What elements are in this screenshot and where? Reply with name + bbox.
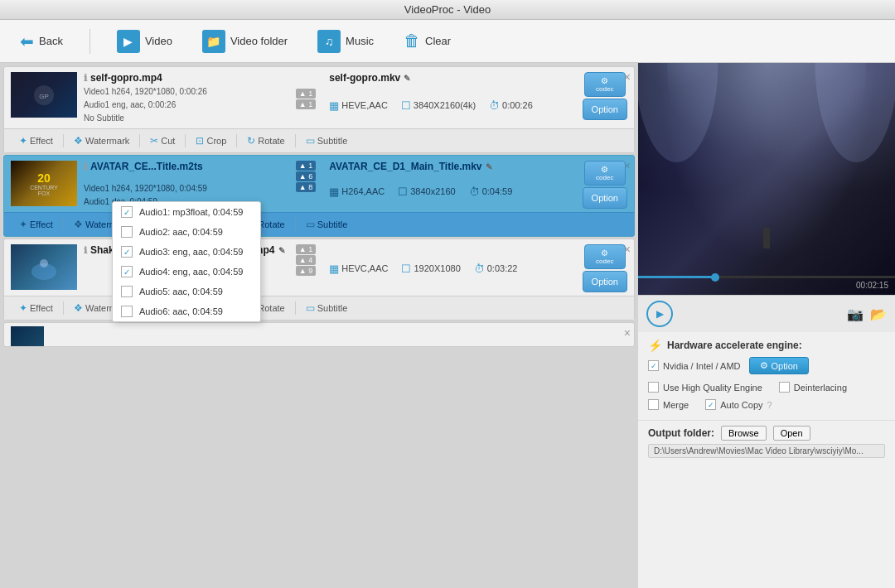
preview-controls: ▶ 📷 📂	[638, 295, 895, 332]
effect-btn-3[interactable]: ✦ Effect	[11, 300, 61, 316]
file-item-2: 20 CENTURY FOX ℹ AVATAR_CE...Title.m2ts	[3, 155, 635, 237]
audio-item-3[interactable]: Audio3: eng, aac, 0:04:59	[113, 242, 260, 262]
cut-btn-1[interactable]: ✂ Cut	[142, 133, 183, 149]
title-bar: VideoProc - Video	[0, 0, 895, 20]
autocopy-label: Auto Copy	[720, 400, 762, 410]
hq-check-wrap: Use High Quality Engine	[648, 382, 762, 393]
thumb-avatar-bg: 20 CENTURY FOX	[11, 161, 77, 206]
effect-btn-2[interactable]: ✦ Effect	[11, 216, 61, 233]
stage-beams	[638, 63, 895, 295]
crop-btn-1[interactable]: ⊡ Crop	[187, 133, 235, 149]
video-num-1: ▲ 1	[296, 89, 316, 99]
clear-button[interactable]: 🗑 Clear	[397, 28, 457, 54]
audio-item-2[interactable]: Audio2: aac, 0:04:59	[113, 222, 260, 242]
audio-check-5	[121, 286, 133, 297]
music-icon: ♫	[317, 30, 341, 53]
camera-icon[interactable]: 📷	[847, 306, 864, 322]
effect-label-2: Effect	[30, 219, 53, 229]
format-icon-2: ▦	[329, 186, 339, 198]
hw-option-button[interactable]: ⚙ Option	[749, 357, 809, 374]
effect-label-3: Effect	[30, 303, 53, 313]
video-icon: ▶	[117, 30, 140, 53]
output-res-1: 3840X2160(4k)	[414, 100, 476, 110]
audio-dropdown: Audio1: mp3float, 0:04:59 Audio2: aac, 0…	[112, 201, 261, 322]
preview-icons: 📷 📂	[847, 306, 887, 322]
merge-checkbox[interactable]	[648, 399, 659, 410]
file-thumb-4	[11, 326, 44, 347]
codec-text-2: codec	[596, 174, 613, 181]
option-btn-2[interactable]: Option	[583, 187, 627, 209]
effect-btn-1[interactable]: ✦ Effect	[11, 133, 61, 149]
music-button[interactable]: ♫ Music	[311, 27, 380, 56]
close-btn-1[interactable]: ×	[624, 70, 631, 84]
browse-button[interactable]: Browse	[721, 426, 767, 441]
audio-item-5[interactable]: Audio5: aac, 0:04:59	[113, 282, 260, 301]
video-preview: 00:02:15	[638, 63, 895, 295]
option-btn-3[interactable]: Option	[583, 271, 627, 292]
sep-1c	[185, 134, 186, 147]
info-icon-3: ℹ	[84, 245, 87, 256]
deinterlace-checkbox[interactable]	[779, 382, 790, 393]
sep-3a	[63, 301, 64, 315]
audio-item-4[interactable]: Audio4: eng, aac, 0:04:59	[113, 262, 260, 282]
subtitle-icon-3: ▭	[306, 302, 315, 314]
shakira-image	[27, 255, 60, 280]
hw-title: ⚡ Hardware accelerate engine:	[648, 339, 885, 352]
file-meta-1: Video1 h264, 1920*1080, 0:00:26 Audio1 e…	[84, 85, 289, 125]
preview-scrubber[interactable]	[711, 273, 719, 282]
clock-icon-1: ⏱	[489, 99, 500, 112]
close-btn-4[interactable]: ×	[624, 326, 631, 340]
action-bar-3: ✦ Effect ❖ Watermark ✂ Cut ⊡	[4, 296, 634, 320]
watermark-btn-1[interactable]: ❖ Watermark	[65, 133, 138, 149]
play-button[interactable]: ▶	[646, 301, 673, 327]
merge-label: Merge	[663, 400, 689, 410]
subtitle-btn-2[interactable]: ▭ Subtitle	[298, 216, 356, 233]
res-icon-1: ☐	[401, 99, 411, 112]
rotate-label-2: Rotate	[258, 219, 284, 229]
autocopy-checkbox[interactable]	[705, 399, 716, 410]
output-format-2: H264,AAC	[341, 186, 385, 196]
edit-icon-2[interactable]: ✎	[486, 162, 492, 171]
format-badge-1: ▦ HEVE,AAC	[329, 99, 388, 112]
folder-icon: 📁	[202, 30, 225, 53]
sep-1e	[295, 134, 296, 147]
format-icon-1: ▦	[329, 99, 339, 112]
sub-num-3: ▲ 9	[296, 266, 316, 276]
audio-label-1: Audio1: mp3float, 0:04:59	[139, 207, 243, 217]
nvidia-label: Nvidia / Intel / AMD	[663, 361, 741, 371]
dur-badge-1: ⏱ 0:00:26	[489, 99, 533, 112]
subtitle-icon-1: ▭	[306, 135, 315, 147]
watermark-icon-3: ❖	[74, 302, 83, 314]
thumb-gopro-bg: GP	[11, 72, 77, 118]
svg-point-3	[40, 259, 48, 267]
video-folder-button[interactable]: 📁 Video folder	[196, 27, 294, 56]
output-folder-label: Output folder:	[648, 427, 714, 439]
rotate-btn-1[interactable]: ↻ Rotate	[239, 133, 293, 149]
back-button[interactable]: ⬅ Back	[13, 28, 70, 55]
sep-1b	[139, 134, 140, 147]
codec-btn-1[interactable]: ⚙ codec	[584, 72, 626, 97]
codec-btn-2[interactable]: ⚙ codec	[584, 161, 626, 186]
option-btn-1[interactable]: Option	[583, 99, 627, 120]
right-section-2: ▲ 1 ▲ 6 ▲ 8	[296, 161, 316, 209]
subtitle-btn-1[interactable]: ▭ Subtitle	[298, 133, 356, 149]
close-btn-2[interactable]: ×	[624, 159, 631, 172]
audio-item-1[interactable]: Audio1: mp3float, 0:04:59	[113, 202, 260, 222]
file-list: GP ℹ self-gopro.mp4 Video1 h264, 1920*10…	[0, 63, 638, 588]
video-button[interactable]: ▶ Video	[110, 27, 179, 56]
main-layout: GP ℹ self-gopro.mp4 Video1 h264, 1920*10…	[0, 63, 895, 588]
preview-progress-bar[interactable]	[638, 276, 895, 278]
edit-icon-1[interactable]: ✎	[404, 74, 410, 83]
hq-checkbox[interactable]	[648, 382, 659, 393]
codec-btn-3[interactable]: ⚙ codec	[584, 244, 626, 269]
output-name-2: AVATAR_CE_D1_Main_Title.mkv ✎	[329, 161, 491, 172]
open-button[interactable]: Open	[773, 426, 810, 441]
audio-label-6: Audio6: aac, 0:04:59	[139, 306, 223, 316]
audio-item-6[interactable]: Audio6: aac, 0:04:59	[113, 301, 260, 321]
edit-icon-3[interactable]: ✎	[278, 246, 285, 255]
action-bar-1: ✦ Effect ❖ Watermark ✂ Cut ⊡	[4, 128, 634, 152]
subtitle-btn-3[interactable]: ▭ Subtitle	[298, 300, 356, 316]
folder-open-icon[interactable]: 📂	[870, 306, 887, 322]
close-btn-3[interactable]: ×	[624, 243, 631, 256]
nvidia-checkbox[interactable]	[648, 360, 659, 371]
